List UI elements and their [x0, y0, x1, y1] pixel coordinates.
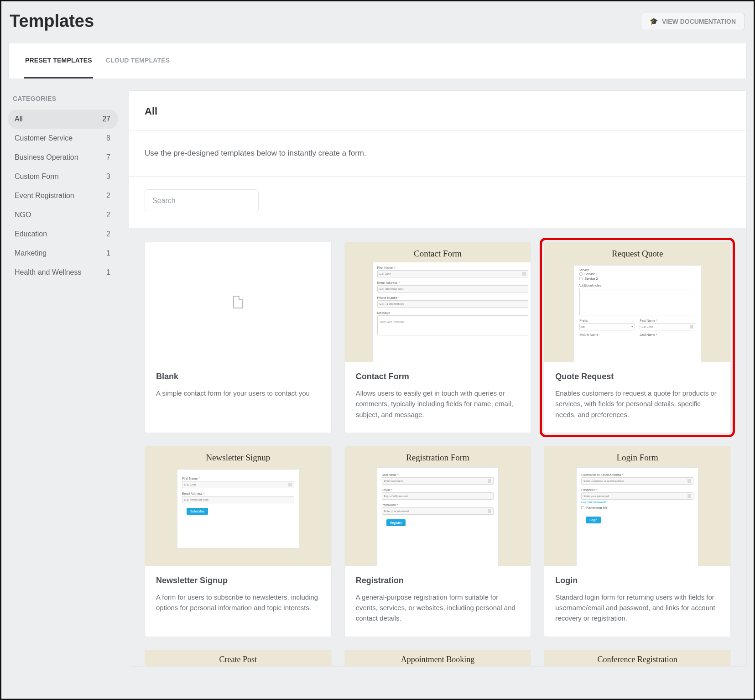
template-description: Standard login form for returning users … [555, 592, 719, 624]
categories-label: CATEGORIES [13, 95, 118, 102]
main-subtext: Use the pre-designed templates below to … [129, 131, 746, 177]
template-thumb: Newsletter Signup First Name * E.g. John… [145, 446, 331, 566]
category-name: Health and Wellness [15, 268, 81, 277]
thumb-miniform: First Name * E.g. John Email Address * E… [177, 469, 299, 549]
category-name: Education [15, 230, 47, 238]
template-thumb: Login Form Username or Email Address * E… [544, 446, 730, 566]
tab-cloud-templates[interactable]: CLOUD TEMPLATES [105, 43, 171, 78]
template-card-conference-registration[interactable]: Conference Registration [544, 650, 731, 666]
category-count: 2 [106, 230, 110, 238]
thumb-heading: Registration Form [345, 446, 531, 466]
category-name: Marketing [15, 249, 47, 257]
template-description: A simple contact form for your users to … [156, 388, 320, 398]
template-card-registration[interactable]: Registration Form Username * Enter usern… [344, 446, 531, 637]
category-health-and-wellness[interactable]: Health and Wellness 1 [8, 263, 118, 282]
template-description: Enables customers to request a quote for… [555, 388, 719, 420]
category-business-operation[interactable]: Business Operation 7 [8, 148, 118, 167]
template-description: A general-purpose registration form suit… [356, 592, 520, 624]
template-card-quote-request[interactable]: Request Quote Service Service 1 Service … [544, 242, 731, 433]
thumb-miniform: Service Service 1 Service 2 Additional n… [573, 265, 701, 362]
category-count: 2 [106, 211, 110, 219]
main-heading: All [145, 105, 731, 117]
category-count: 3 [106, 172, 110, 181]
category-count: 1 [106, 249, 110, 257]
thumb-miniform: First Name * E.g. John Email Address * E… [372, 262, 531, 362]
category-ngo[interactable]: NGO 2 [8, 205, 118, 225]
template-thumb: Registration Form Username * Enter usern… [345, 446, 531, 566]
thumb-heading: Contact Form [345, 242, 531, 261]
template-title: Newsletter Signup [156, 576, 320, 585]
template-title: Registration [356, 576, 520, 585]
category-count: 2 [106, 192, 110, 200]
thumb-heading: Request Quote [544, 242, 730, 262]
thumb-heading: Login Form [544, 446, 730, 466]
template-description: Allows users to easily get in touch with… [356, 388, 520, 420]
category-count: 27 [102, 115, 110, 123]
category-count: 7 [106, 153, 110, 162]
template-card-login[interactable]: Login Form Username or Email Address * E… [544, 446, 731, 637]
view-documentation-label: VIEW DOCUMENTATION [662, 18, 736, 25]
templates-main: All Use the pre-designed templates below… [129, 90, 747, 667]
categories-sidebar: CATEGORIES All 27 Customer Service 8 Bus… [8, 90, 118, 282]
category-count: 8 [106, 134, 110, 142]
thumb-miniform: Username * Enter username Email * E.g. j… [377, 467, 499, 566]
template-card-appointment-booking[interactable]: Appointment Booking [344, 650, 531, 666]
category-name: Business Operation [15, 153, 78, 162]
category-custom-form[interactable]: Custom Form 3 [8, 167, 118, 186]
category-name: Custom Form [15, 172, 59, 181]
template-card-blank[interactable]: Blank A simple contact form for your use… [145, 242, 332, 433]
category-customer-service[interactable]: Customer Service 8 [8, 129, 118, 148]
category-count: 1 [106, 268, 110, 277]
thumb-heading: Newsletter Signup [145, 446, 331, 467]
category-name: Customer Service [15, 134, 73, 142]
search-input[interactable] [145, 189, 259, 212]
blank-document-icon [233, 296, 243, 308]
template-thumb: Request Quote Service Service 1 Service … [544, 242, 730, 362]
page-title: Templates [10, 11, 94, 31]
category-name: NGO [15, 211, 31, 219]
template-card-create-post[interactable]: Create Post [145, 650, 332, 666]
template-card-contact-form[interactable]: Contact Form First Name * E.g. John Emai… [344, 242, 531, 433]
template-thumb: Contact Form First Name * E.g. John Emai… [345, 242, 531, 362]
category-marketing[interactable]: Marketing 1 [8, 244, 118, 263]
category-name: Event Registration [15, 192, 74, 200]
template-thumb [145, 242, 331, 362]
graduation-cap-icon: 🎓 [650, 18, 658, 25]
category-name: All [15, 115, 23, 123]
view-documentation-button[interactable]: 🎓 VIEW DOCUMENTATION [641, 13, 745, 30]
tab-preset-templates[interactable]: PRESET TEMPLATES [24, 43, 93, 78]
template-grid: Blank A simple contact form for your use… [129, 228, 746, 666]
category-education[interactable]: Education 2 [8, 225, 118, 244]
thumb-miniform: Username or Email Address * Enter userna… [576, 467, 698, 566]
tabs-panel: PRESET TEMPLATES CLOUD TEMPLATES [8, 43, 747, 79]
template-title: Blank [156, 372, 320, 381]
template-description: A form for users to subscribe to newslet… [156, 592, 320, 613]
template-card-newsletter-signup[interactable]: Newsletter Signup First Name * E.g. John… [145, 446, 332, 637]
category-all[interactable]: All 27 [8, 110, 118, 129]
category-event-registration[interactable]: Event Registration 2 [8, 186, 118, 205]
template-title: Quote Request [555, 372, 719, 381]
template-title: Login [555, 576, 719, 585]
template-title: Contact Form [356, 372, 520, 381]
